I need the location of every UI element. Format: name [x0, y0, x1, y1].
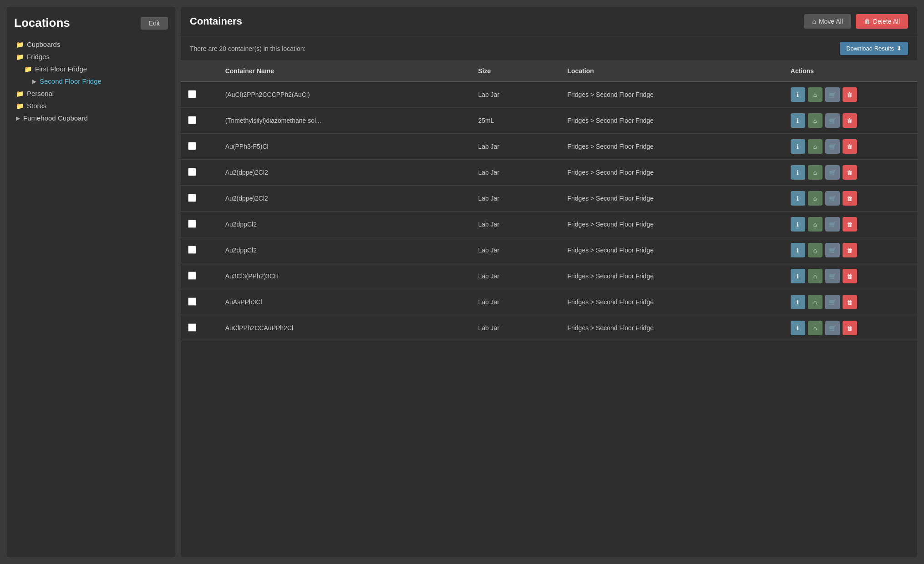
row-size: Lab Jar — [471, 289, 560, 315]
row-checkbox-cell[interactable] — [181, 237, 218, 263]
table-row: (AuCl)2PPh2CCCPPh2(AuCl) Lab Jar Fridges… — [181, 81, 917, 108]
sidebar-item-fumehood-cupboard[interactable]: ▶ Fumehood Cupboard — [14, 112, 168, 124]
info-button[interactable]: ℹ — [791, 217, 805, 232]
containers-table: Container Name Size Location Actions (Au… — [181, 61, 917, 341]
delete-button[interactable]: 🗑 — [843, 321, 857, 335]
container-count: There are 20 container(s) in this locati… — [190, 45, 305, 52]
sidebar-item-fridges[interactable]: 📁 Fridges — [14, 50, 168, 63]
row-checkbox-cell[interactable] — [181, 186, 218, 212]
row-checkbox[interactable] — [188, 168, 196, 176]
download-results-button[interactable]: Download Results ⬇ — [840, 42, 908, 55]
move-button[interactable]: ⌂ — [808, 217, 822, 232]
table-row: Au2dppCl2 Lab Jar Fridges > Second Floor… — [181, 212, 917, 237]
sidebar-item-first-floor-fridge[interactable]: 📁 First Floor Fridge — [22, 63, 168, 75]
col-header-size: Size — [471, 61, 560, 81]
move-button[interactable]: ⌂ — [808, 113, 822, 128]
row-checkbox[interactable] — [188, 246, 196, 254]
move-button[interactable]: ⌂ — [808, 191, 822, 206]
row-checkbox[interactable] — [188, 272, 196, 280]
move-button[interactable]: ⌂ — [808, 139, 822, 154]
delete-all-button[interactable]: 🗑 Delete All — [856, 14, 908, 29]
row-checkbox[interactable] — [188, 297, 196, 306]
info-button[interactable]: ℹ — [791, 191, 805, 206]
trash-icon: 🗑 — [864, 18, 870, 25]
sidebar-item-stores[interactable]: 📁 Stores — [14, 100, 168, 112]
info-button[interactable]: ℹ — [791, 321, 805, 335]
row-name: Au(PPh3-F5)Cl — [218, 134, 471, 160]
row-name: Au3Cl3(PPh2)3CH — [218, 263, 471, 289]
locations-title: Locations — [14, 16, 70, 30]
row-size: Lab Jar — [471, 263, 560, 289]
info-button[interactable]: ℹ — [791, 139, 805, 154]
delete-button[interactable]: 🗑 — [843, 191, 857, 206]
containers-title: Containers — [190, 15, 242, 27]
cart-button[interactable]: 🛒 — [825, 243, 840, 257]
row-checkbox[interactable] — [188, 194, 196, 202]
row-checkbox[interactable] — [188, 90, 196, 98]
delete-button[interactable]: 🗑 — [843, 87, 857, 102]
row-checkbox[interactable] — [188, 116, 196, 124]
left-panel: Locations Edit 📁 Cupboards 📁 Fridges 📁 F… — [7, 7, 175, 557]
cart-button[interactable]: 🛒 — [825, 217, 840, 232]
move-button[interactable]: ⌂ — [808, 87, 822, 102]
cart-button[interactable]: 🛒 — [825, 165, 840, 180]
row-size: Lab Jar — [471, 81, 560, 108]
cart-button[interactable]: 🛒 — [825, 321, 840, 335]
row-location: Fridges > Second Floor Fridge — [560, 263, 783, 289]
table-row: Au3Cl3(PPh2)3CH Lab Jar Fridges > Second… — [181, 263, 917, 289]
delete-button[interactable]: 🗑 — [843, 243, 857, 257]
table-row: Au2dppCl2 Lab Jar Fridges > Second Floor… — [181, 237, 917, 263]
sidebar-item-second-floor-fridge[interactable]: ▶ Second Floor Fridge — [30, 75, 168, 87]
download-icon: ⬇ — [897, 45, 902, 52]
info-button[interactable]: ℹ — [791, 87, 805, 102]
info-button[interactable]: ℹ — [791, 165, 805, 180]
delete-button[interactable]: 🗑 — [843, 165, 857, 180]
info-button[interactable]: ℹ — [791, 243, 805, 257]
delete-button[interactable]: 🗑 — [843, 113, 857, 128]
move-button[interactable]: ⌂ — [808, 295, 822, 309]
cart-button[interactable]: 🛒 — [825, 113, 840, 128]
row-checkbox-cell[interactable] — [181, 134, 218, 160]
table-row: Au2(dppe)2Cl2 Lab Jar Fridges > Second F… — [181, 186, 917, 212]
row-checkbox-cell[interactable] — [181, 289, 218, 315]
delete-button[interactable]: 🗑 — [843, 295, 857, 309]
table-wrapper: Container Name Size Location Actions (Au… — [181, 61, 917, 557]
row-checkbox-cell[interactable] — [181, 212, 218, 237]
edit-button[interactable]: Edit — [141, 17, 168, 30]
row-name: Au2(dppe)2Cl2 — [218, 160, 471, 186]
row-checkbox[interactable] — [188, 220, 196, 228]
cart-button[interactable]: 🛒 — [825, 191, 840, 206]
row-checkbox-cell[interactable] — [181, 81, 218, 108]
sidebar-item-label: Fumehood Cupboard — [23, 114, 88, 122]
move-button[interactable]: ⌂ — [808, 269, 822, 283]
sidebar-item-cupboards[interactable]: 📁 Cupboards — [14, 38, 168, 50]
row-size: Lab Jar — [471, 212, 560, 237]
sidebar-item-personal[interactable]: 📁 Personal — [14, 87, 168, 100]
row-checkbox-cell[interactable] — [181, 315, 218, 341]
row-name: Au2(dppe)2Cl2 — [218, 186, 471, 212]
move-button[interactable]: ⌂ — [808, 321, 822, 335]
cart-button[interactable]: 🛒 — [825, 87, 840, 102]
move-button[interactable]: ⌂ — [808, 165, 822, 180]
delete-button[interactable]: 🗑 — [843, 217, 857, 232]
row-checkbox-cell[interactable] — [181, 160, 218, 186]
cart-button[interactable]: 🛒 — [825, 269, 840, 283]
row-checkbox-cell[interactable] — [181, 108, 218, 134]
delete-button[interactable]: 🗑 — [843, 139, 857, 154]
row-checkbox[interactable] — [188, 142, 196, 150]
info-button[interactable]: ℹ — [791, 113, 805, 128]
move-button[interactable]: ⌂ — [808, 243, 822, 257]
delete-button[interactable]: 🗑 — [843, 269, 857, 283]
row-actions: ℹ ⌂ 🛒 🗑 — [783, 81, 917, 108]
row-checkbox-cell[interactable] — [181, 263, 218, 289]
info-button[interactable]: ℹ — [791, 269, 805, 283]
row-checkbox[interactable] — [188, 323, 196, 332]
containers-header: Containers ⌂ Move All 🗑 Delete All — [181, 7, 917, 36]
sidebar-item-label: Second Floor Fridge — [40, 77, 102, 85]
row-location: Fridges > Second Floor Fridge — [560, 81, 783, 108]
cart-button[interactable]: 🛒 — [825, 295, 840, 309]
move-all-button[interactable]: ⌂ Move All — [804, 14, 851, 29]
cart-button[interactable]: 🛒 — [825, 139, 840, 154]
row-actions: ℹ ⌂ 🛒 🗑 — [783, 289, 917, 315]
info-button[interactable]: ℹ — [791, 295, 805, 309]
